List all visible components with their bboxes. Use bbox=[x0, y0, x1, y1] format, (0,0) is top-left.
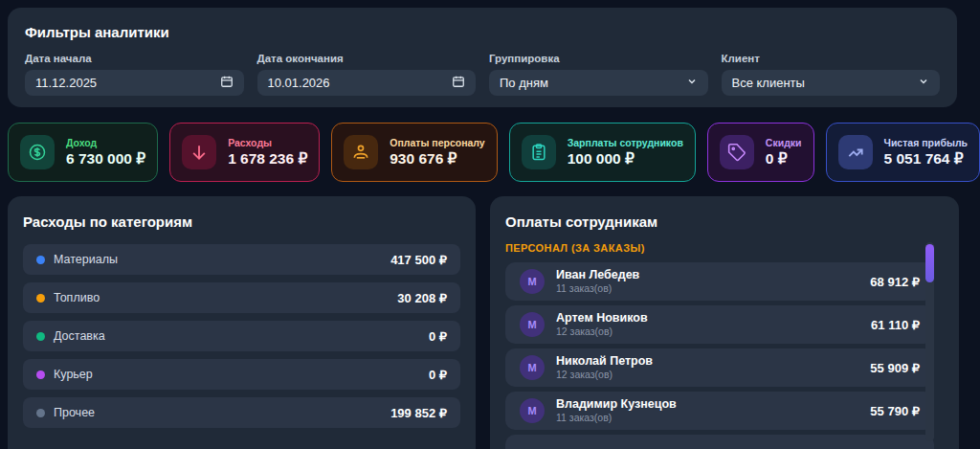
chevron-down-icon bbox=[686, 76, 698, 90]
stat-card-net-profit: Чистая прибыль 5 051 764 ₽ bbox=[826, 123, 980, 182]
category-dot bbox=[36, 370, 45, 379]
grouping-select[interactable]: По дням bbox=[489, 70, 708, 96]
stat-label: Чистая прибыль bbox=[884, 137, 969, 148]
category-value: 0 ₽ bbox=[429, 329, 447, 344]
grouping-label: Группировка bbox=[489, 53, 708, 64]
employee-payments-panel: Оплаты сотрудникам ПЕРСОНАЛ (ЗА ЗАКАЗЫ) … bbox=[490, 196, 959, 449]
start-date-field: Дата начала 11.12.2025 bbox=[25, 53, 244, 96]
trending-up-icon bbox=[838, 135, 873, 169]
calendar-icon bbox=[220, 75, 234, 91]
worker-icon bbox=[344, 135, 378, 169]
personnel-section-label: ПЕРСОНАЛ (ЗА ЗАКАЗЫ) bbox=[505, 242, 944, 254]
grouping-field: Группировка По дням bbox=[489, 53, 708, 96]
employee-orders: 11 заказ(ов) bbox=[556, 412, 677, 424]
employee-payment: 68 912 ₽ bbox=[870, 275, 920, 289]
arrow-down-icon bbox=[182, 135, 216, 169]
employee-row: М Артем Новиков 12 заказ(ов) 61 110 ₽ bbox=[505, 305, 934, 344]
end-date-input[interactable]: 10.01.2026 bbox=[257, 70, 477, 96]
stat-value: 5 051 764 ₽ bbox=[884, 150, 969, 168]
stat-card-discounts: Скидки 0 ₽ bbox=[707, 123, 814, 182]
employee-orders: 11 заказ(ов) bbox=[556, 282, 639, 295]
employee-row: М Владимир Кузнецов 11 заказ(ов) 55 790 … bbox=[505, 392, 934, 430]
category-row-other: Прочее 199 852 ₽ bbox=[23, 397, 460, 428]
employee-orders: 12 заказ(ов) bbox=[556, 369, 653, 381]
client-select[interactable]: Все клиенты bbox=[722, 70, 941, 96]
stat-card-expenses: Расходы 1 678 236 ₽ bbox=[169, 123, 320, 182]
start-date-label: Дата начала bbox=[25, 53, 244, 64]
grouping-value: По дням bbox=[500, 76, 548, 90]
clipboard-icon bbox=[522, 135, 556, 169]
employee-row: М Николай Петров 12 заказ(ов) 55 909 ₽ bbox=[505, 348, 934, 387]
start-date-input[interactable]: 11.12.2025 bbox=[25, 70, 244, 96]
expenses-by-category-panel: Расходы по категориям Материалы 417 500 … bbox=[8, 196, 476, 449]
stat-label: Скидки bbox=[766, 137, 802, 148]
filters-title: Фильтры аналитики bbox=[25, 24, 940, 40]
dollar-circle-icon bbox=[20, 135, 55, 169]
stat-card-salaries: Зарплаты сотрудников 100 000 ₽ bbox=[509, 123, 696, 182]
category-row-fuel: Топливо 30 208 ₽ bbox=[23, 282, 460, 313]
employee-payment: 61 110 ₽ bbox=[871, 318, 920, 332]
category-row-materials: Материалы 417 500 ₽ bbox=[23, 244, 460, 275]
category-label: Прочее bbox=[54, 406, 95, 419]
category-dot bbox=[36, 332, 45, 341]
stat-value: 6 730 000 ₽ bbox=[66, 150, 145, 168]
stat-value: 930 676 ₽ bbox=[390, 150, 484, 168]
category-value: 0 ₽ bbox=[429, 368, 447, 382]
stat-label: Доход bbox=[66, 137, 145, 148]
stat-card-income: Доход 6 730 000 ₽ bbox=[8, 123, 158, 182]
scrollbar-thumb[interactable] bbox=[925, 244, 934, 282]
stat-value: 100 000 ₽ bbox=[568, 150, 683, 168]
stat-label: Зарплаты сотрудников bbox=[568, 137, 683, 148]
employee-row: М Иван Лебедев 11 заказ(ов) 68 912 ₽ bbox=[505, 262, 934, 301]
category-value: 30 208 ₽ bbox=[397, 291, 447, 305]
category-label: Материалы bbox=[54, 253, 118, 266]
employee-orders: 12 заказ(ов) bbox=[556, 326, 648, 338]
stat-value: 1 678 236 ₽ bbox=[228, 150, 307, 168]
category-dot bbox=[36, 409, 45, 417]
employee-payment: 55 909 ₽ bbox=[870, 361, 920, 375]
stat-label: Расходы bbox=[228, 137, 307, 148]
client-value: Все клиенты bbox=[732, 76, 805, 90]
expenses-panel-title: Расходы по категориям bbox=[23, 213, 460, 230]
stat-value: 0 ₽ bbox=[766, 150, 802, 168]
tag-icon bbox=[720, 135, 754, 169]
client-field: Клиент Все клиенты bbox=[722, 53, 941, 96]
avatar: М bbox=[520, 355, 545, 380]
avatar: М bbox=[520, 398, 545, 423]
employee-name: Владимир Кузнецов bbox=[556, 397, 677, 413]
end-date-label: Дата окончания bbox=[257, 53, 477, 64]
category-row-courier: Курьер 0 ₽ bbox=[23, 359, 460, 390]
category-row-delivery: Доставка 0 ₽ bbox=[23, 321, 460, 351]
category-dot bbox=[36, 256, 45, 264]
employee-row-partial bbox=[505, 435, 934, 449]
payments-panel-title: Оплаты сотрудникам bbox=[505, 213, 944, 230]
end-date-value: 10.01.2026 bbox=[268, 76, 330, 90]
avatar: М bbox=[520, 269, 545, 294]
employee-list: М Иван Лебедев 11 заказ(ов) 68 912 ₽ М А… bbox=[505, 262, 934, 449]
end-date-field: Дата окончания 10.01.2026 bbox=[257, 53, 477, 96]
filters-grid: Дата начала 11.12.2025 Дата окончания 10… bbox=[25, 53, 940, 96]
category-value: 199 852 ₽ bbox=[390, 406, 447, 420]
employee-name: Николай Петров bbox=[556, 354, 653, 370]
employee-name: Иван Лебедев bbox=[556, 268, 639, 283]
stats-row: Доход 6 730 000 ₽ Расходы 1 678 236 ₽ Оп… bbox=[8, 123, 959, 182]
category-label: Топливо bbox=[54, 291, 100, 304]
stat-label: Оплаты персоналу bbox=[390, 137, 484, 148]
start-date-value: 11.12.2025 bbox=[35, 76, 97, 90]
stat-card-staff-payments: Оплаты персоналу 930 676 ₽ bbox=[331, 123, 497, 182]
chevron-down-icon bbox=[918, 76, 929, 90]
employee-name: Артем Новиков bbox=[556, 311, 648, 326]
avatar: М bbox=[520, 312, 545, 337]
calendar-icon bbox=[452, 75, 465, 91]
category-dot bbox=[36, 294, 45, 303]
filters-panel: Фильтры аналитики Дата начала 11.12.2025… bbox=[8, 8, 957, 107]
category-value: 417 500 ₽ bbox=[390, 253, 447, 267]
client-label: Клиент bbox=[722, 53, 941, 64]
category-label: Курьер bbox=[54, 368, 93, 381]
employee-payment: 55 790 ₽ bbox=[870, 404, 920, 418]
category-label: Доставка bbox=[54, 329, 105, 343]
scrollbar-track[interactable] bbox=[925, 242, 934, 441]
